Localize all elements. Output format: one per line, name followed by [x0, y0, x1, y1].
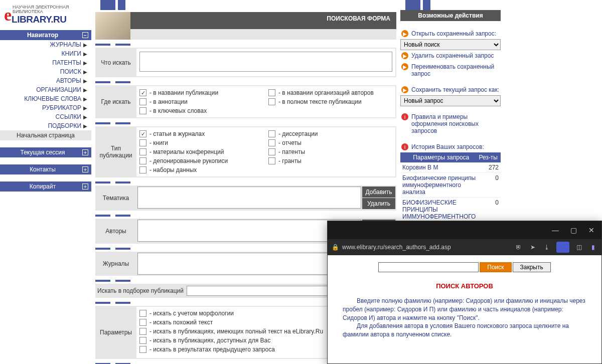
- checkbox[interactable]: [139, 166, 146, 173]
- checkbox[interactable]: [139, 148, 146, 155]
- history-row[interactable]: Биофизические принципы иммуноферментного…: [400, 173, 501, 198]
- checkbox[interactable]: [139, 139, 146, 146]
- nav-item[interactable]: КНИГИ▶: [0, 49, 91, 58]
- nav-item[interactable]: КЛЮЧЕВЫЕ СЛОВА▶: [0, 94, 91, 103]
- side-button[interactable]: Копирайт+: [0, 181, 91, 192]
- history-row[interactable]: Коровин В М272: [400, 162, 501, 173]
- action-history[interactable]: История Ваших запросов:: [411, 143, 484, 150]
- checkbox[interactable]: [139, 328, 146, 335]
- popup-titlebar: — ▢ ✕: [328, 221, 601, 239]
- checkbox[interactable]: [268, 148, 275, 155]
- save-query-select[interactable]: Новый запрос: [400, 95, 501, 106]
- cart-icon[interactable]: [556, 242, 569, 253]
- popup-title: ПОИСК АВТОРОВ: [343, 282, 586, 290]
- popup-toolbar: 🔒 www.elibrary.ru/search_authors_add.asp…: [328, 239, 601, 255]
- nav-item[interactable]: ПОДБОРКИ▶: [0, 121, 91, 130]
- shield-icon[interactable]: ⛨: [514, 243, 523, 252]
- checkbox[interactable]: [139, 107, 146, 114]
- download-icon[interactable]: ⭳: [542, 243, 551, 252]
- popup-url: www.elibrary.ru/search_authors_add.asp: [342, 244, 451, 251]
- checkbox[interactable]: [139, 157, 146, 164]
- actions-header: Возможные действия: [400, 10, 501, 21]
- author-search-input[interactable]: [378, 262, 479, 272]
- maximize-button[interactable]: ▢: [566, 224, 580, 236]
- action-open[interactable]: Открыть сохраненный запрос:: [411, 30, 496, 37]
- checkbox[interactable]: [268, 89, 275, 96]
- popup-close-button[interactable]: Закрыть: [513, 262, 551, 272]
- info-icon: i: [401, 143, 408, 150]
- label-authors: Авторы: [95, 219, 136, 244]
- nav-item[interactable]: ЖУРНАЛЫ▶: [0, 40, 91, 49]
- nav-header: Навигатор −: [0, 30, 91, 40]
- minimize-button[interactable]: —: [548, 224, 562, 236]
- menu-icon[interactable]: ▮: [588, 243, 597, 252]
- label-subset: Искать в подборке публикаций: [97, 287, 184, 294]
- action-save[interactable]: Сохранить текущий запрос как:: [411, 86, 499, 93]
- tema-del-button[interactable]: Удалить: [362, 198, 395, 209]
- nav-item[interactable]: РУБРИКАТОР▶: [0, 103, 91, 112]
- nav-item[interactable]: ССЫЛКИ▶: [0, 112, 91, 121]
- checkbox[interactable]: [139, 319, 146, 326]
- popup-search-button[interactable]: Поиск: [480, 262, 511, 272]
- cube-icon[interactable]: ◫: [574, 243, 583, 252]
- label-where: Где искать: [95, 85, 136, 118]
- nav-item[interactable]: ПОИСК▶: [0, 67, 91, 76]
- nav-home[interactable]: Начальная страница: [0, 130, 91, 140]
- header-photo: [95, 12, 130, 40]
- action-rules[interactable]: Правила и примеры оформления поисковых з…: [411, 113, 500, 134]
- checkbox[interactable]: [139, 346, 146, 353]
- tema-add-button[interactable]: Добавить: [362, 187, 395, 198]
- history-header: Параметры запроса Рез-ты: [400, 152, 501, 162]
- label-journals: Журналы: [95, 252, 136, 276]
- label-type: Тип публикации: [95, 126, 136, 177]
- label-what: Что искать: [95, 48, 136, 77]
- checkbox[interactable]: [139, 310, 146, 317]
- side-button[interactable]: Текущая сессия+: [0, 147, 91, 157]
- query-input[interactable]: [139, 52, 392, 72]
- popup-instruction-2: Для добавления автора в условия Вашего п…: [343, 322, 586, 339]
- action-rename[interactable]: Переименовать сохраненный запрос: [411, 63, 500, 77]
- nav-collapse-icon[interactable]: −: [82, 32, 88, 38]
- page-title: ПОИСКОВАЯ ФОРМА: [130, 12, 396, 29]
- saved-query-select[interactable]: Новый поиск: [400, 39, 501, 50]
- nav-item[interactable]: ПАТЕНТЫ▶: [0, 58, 91, 67]
- nav-item[interactable]: ОРГАНИЗАЦИИ▶: [0, 85, 91, 94]
- arrow-icon: ▶: [401, 86, 408, 93]
- label-params: Параметры: [95, 306, 136, 359]
- checkbox[interactable]: [268, 130, 275, 137]
- side-button[interactable]: Контакты+: [0, 164, 91, 174]
- checkbox[interactable]: [139, 337, 146, 344]
- send-icon[interactable]: ➤: [528, 243, 537, 252]
- close-button[interactable]: ✕: [584, 224, 598, 236]
- logo[interactable]: e НАУЧНАЯ ЭЛЕКТРОННАЯ БИБЛИОТЕКА LIBRARY…: [0, 0, 91, 30]
- action-delete[interactable]: Удалить сохраненный запрос: [411, 52, 494, 59]
- popup-instruction-1: Введите полную фамилию (например: Сидоро…: [343, 297, 586, 322]
- label-tema: Тематика: [95, 186, 136, 211]
- author-search-popup: — ▢ ✕ 🔒 www.elibrary.ru/search_authors_a…: [327, 221, 602, 364]
- checkbox[interactable]: [268, 139, 275, 146]
- checkbox[interactable]: [139, 130, 146, 137]
- tema-listbox[interactable]: [137, 187, 361, 209]
- nav-item[interactable]: АВТОРЫ▶: [0, 76, 91, 85]
- arrow-icon: ▶: [401, 63, 408, 70]
- lock-icon: 🔒: [332, 244, 339, 251]
- checkbox[interactable]: [139, 98, 146, 105]
- checkbox[interactable]: [268, 98, 275, 105]
- arrow-icon: ▶: [401, 52, 408, 59]
- info-icon: i: [401, 113, 408, 120]
- arrow-icon: ▶: [401, 30, 408, 37]
- checkbox[interactable]: [268, 157, 275, 164]
- checkbox[interactable]: [139, 89, 146, 96]
